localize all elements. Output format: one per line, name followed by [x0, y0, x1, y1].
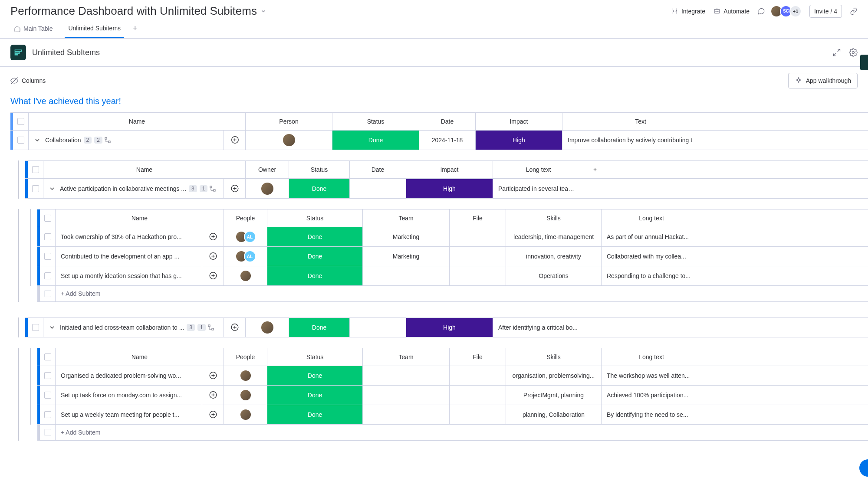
col-file[interactable]: File: [450, 209, 506, 227]
name-cell[interactable]: Took ownership of 30% of a Hackathon pro…: [56, 227, 202, 246]
chat-cell[interactable]: [224, 131, 246, 150]
longtext-cell[interactable]: Collaborated with my collea...: [602, 247, 701, 266]
chevron-down-icon[interactable]: [34, 137, 41, 144]
status-cell[interactable]: Done: [267, 247, 363, 266]
file-cell[interactable]: [450, 247, 506, 266]
owner-cell[interactable]: [246, 318, 289, 337]
chat-icon[interactable]: [757, 7, 765, 15]
group-title[interactable]: What I've achieved this year!: [0, 95, 868, 112]
col-status[interactable]: Status: [267, 348, 363, 366]
impact-cell[interactable]: High: [406, 318, 493, 337]
name-cell[interactable]: Initiated and led cross-team collaborati…: [43, 318, 224, 337]
longtext-cell[interactable]: As part of our annual Hackat...: [602, 227, 701, 246]
chevron-down-icon[interactable]: [49, 185, 56, 192]
col-people[interactable]: People: [224, 348, 267, 366]
row-checkbox[interactable]: [40, 266, 56, 285]
longtext-cell[interactable]: Responding to a challenge to...: [602, 266, 701, 285]
name-cell[interactable]: Contributed to the development of an app…: [56, 247, 202, 266]
team-cell[interactable]: Marketing: [363, 227, 450, 246]
people-cell[interactable]: AL: [224, 227, 267, 246]
chat-cell[interactable]: [202, 266, 224, 285]
chat-cell[interactable]: [224, 179, 246, 198]
checkbox-all[interactable]: [13, 113, 29, 130]
longtext-cell[interactable]: Participated in several team ...: [493, 179, 584, 198]
row-checkbox[interactable]: [28, 318, 43, 337]
team-cell[interactable]: [363, 386, 450, 405]
status-cell[interactable]: Done: [289, 179, 350, 198]
col-name[interactable]: Name: [56, 348, 224, 366]
invite-button[interactable]: Invite / 4: [809, 5, 842, 18]
date-cell[interactable]: [350, 179, 406, 198]
col-status[interactable]: Status: [332, 113, 419, 130]
skills-cell[interactable]: innovation, creativity: [506, 247, 602, 266]
col-owner[interactable]: Owner: [246, 161, 289, 178]
col-name[interactable]: Name: [56, 209, 224, 227]
col-longtext[interactable]: Long text: [493, 161, 584, 178]
skills-cell[interactable]: ProjectMgmt, planning: [506, 386, 602, 405]
col-text[interactable]: Text: [562, 113, 719, 130]
longtext-cell[interactable]: After identifying a critical bo...: [493, 318, 584, 337]
row-checkbox[interactable]: [40, 366, 56, 385]
col-status[interactable]: Status: [289, 161, 350, 178]
col-longtext[interactable]: Long text: [602, 209, 701, 227]
checkbox-all[interactable]: [40, 348, 56, 366]
people-cell[interactable]: [224, 386, 267, 405]
file-cell[interactable]: [450, 405, 506, 424]
date-cell[interactable]: 2024-11-18: [419, 131, 476, 150]
team-cell[interactable]: [363, 405, 450, 424]
chat-cell[interactable]: [202, 366, 224, 385]
name-cell[interactable]: Organised a dedicated problem-solving wo…: [56, 366, 202, 385]
longtext-cell[interactable]: The workshop was well atten...: [602, 366, 701, 385]
longtext-cell[interactable]: By identifying the need to se...: [602, 405, 701, 424]
col-longtext[interactable]: Long text: [602, 348, 701, 366]
status-cell[interactable]: Done: [267, 266, 363, 285]
chat-cell[interactable]: [224, 318, 246, 337]
col-people[interactable]: People: [224, 209, 267, 227]
name-cell[interactable]: Collaboration 2 2: [29, 131, 224, 150]
col-date[interactable]: Date: [419, 113, 476, 130]
automate-button[interactable]: Automate: [713, 7, 750, 15]
row-checkbox[interactable]: [13, 131, 29, 150]
col-name[interactable]: Name: [29, 113, 246, 130]
text-cell[interactable]: Improve collaboration by actively contri…: [562, 131, 719, 150]
status-cell[interactable]: Done: [267, 386, 363, 405]
col-name[interactable]: Name: [43, 161, 246, 178]
file-cell[interactable]: [450, 227, 506, 246]
row-checkbox[interactable]: [40, 247, 56, 266]
people-cell[interactable]: [224, 366, 267, 385]
skills-cell[interactable]: organisation, problemsolving...: [506, 366, 602, 385]
file-cell[interactable]: [450, 386, 506, 405]
expand-icon[interactable]: [832, 48, 841, 57]
col-date[interactable]: Date: [350, 161, 406, 178]
date-cell[interactable]: [350, 318, 406, 337]
col-skills[interactable]: Skills: [506, 209, 602, 227]
status-cell[interactable]: Done: [267, 366, 363, 385]
skills-cell[interactable]: Operations: [506, 266, 602, 285]
row-checkbox[interactable]: [28, 179, 43, 198]
status-cell[interactable]: Done: [267, 405, 363, 424]
row-checkbox[interactable]: [40, 227, 56, 246]
people-cell[interactable]: AL: [224, 247, 267, 266]
name-cell[interactable]: Set up a weekly team meeting for people …: [56, 405, 202, 424]
status-cell[interactable]: Done: [332, 131, 419, 150]
col-impact[interactable]: Impact: [406, 161, 493, 178]
chat-cell[interactable]: [202, 386, 224, 405]
longtext-cell[interactable]: Achieved 100% participation...: [602, 386, 701, 405]
chat-cell[interactable]: [202, 405, 224, 424]
add-view-button[interactable]: +: [133, 24, 138, 38]
row-checkbox[interactable]: [40, 286, 56, 301]
tab-main-table[interactable]: Main Table: [10, 25, 56, 37]
status-cell[interactable]: Done: [289, 318, 350, 337]
app-walkthrough-button[interactable]: App walkthrough: [788, 73, 858, 88]
integrate-button[interactable]: Integrate: [671, 7, 705, 15]
chat-cell[interactable]: [202, 247, 224, 266]
columns-button[interactable]: Columns: [10, 77, 46, 85]
col-team[interactable]: Team: [363, 209, 450, 227]
file-cell[interactable]: [450, 366, 506, 385]
col-skills[interactable]: Skills: [506, 348, 602, 366]
member-avatars[interactable]: SC +1: [773, 5, 802, 17]
team-cell[interactable]: [363, 366, 450, 385]
people-cell[interactable]: [224, 405, 267, 424]
skills-cell[interactable]: leadership, time-management: [506, 227, 602, 246]
add-subitem-button[interactable]: + Add Subitem: [56, 425, 105, 440]
